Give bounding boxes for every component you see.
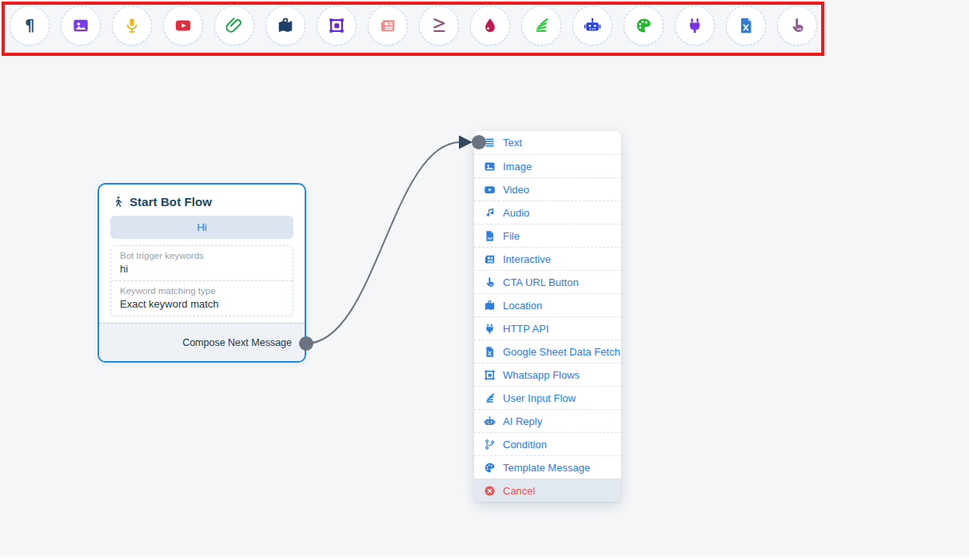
menu-item-whatsapp-flows[interactable]: Whatsapp Flows <box>474 363 621 386</box>
field-label: Keyword matching type <box>120 286 284 296</box>
field-label: Bot trigger keywords <box>120 251 284 260</box>
newspaper-icon <box>379 17 397 34</box>
file-icon <box>484 230 496 242</box>
stack-icon <box>484 392 496 404</box>
text-lines-icon <box>484 137 496 149</box>
menu-item-audio[interactable]: Audio <box>474 201 621 224</box>
trigger-field[interactable]: Keyword matching type Exact keyword matc… <box>111 280 293 316</box>
toolbar-node-button[interactable] <box>265 6 305 46</box>
flow-canvas[interactable]: Start Bot Flow Hi Bot trigger keywords h… <box>0 0 969 560</box>
toolbar-node-button[interactable] <box>777 6 817 46</box>
image-icon <box>72 17 90 34</box>
menu-item-label: HTTP API <box>503 323 549 335</box>
menu-item-cancel[interactable]: Cancel <box>474 479 621 502</box>
toolbar-node-button[interactable] <box>470 6 510 46</box>
youtube-icon <box>484 184 496 196</box>
menu-item-http-api[interactable]: HTTP API <box>474 316 621 340</box>
menu-item-location[interactable]: Location <box>474 293 621 316</box>
toolbar-node-button[interactable] <box>419 6 459 46</box>
menu-item-label: Location <box>503 300 542 312</box>
toolbar-node-button[interactable] <box>368 6 408 46</box>
menu-item-google-sheet-data-fetch[interactable]: Google Sheet Data Fetch <box>474 340 621 363</box>
map-icon <box>277 17 294 34</box>
menu-item-label: Audio <box>503 207 529 219</box>
pilcrow-icon <box>21 17 38 34</box>
droplet-icon <box>481 17 499 34</box>
image-icon <box>484 161 496 173</box>
cancel-icon <box>484 485 496 497</box>
pointer-hand-icon <box>484 276 496 288</box>
robot-icon <box>484 415 496 427</box>
menu-item-ai-reply[interactable]: AI Reply <box>474 409 621 432</box>
menu-item-video[interactable]: Video <box>474 177 621 201</box>
node-picker-menu: Text Image Video Audio File Interactive … <box>474 131 621 502</box>
walking-person-icon <box>112 196 124 208</box>
greater-equal-icon <box>430 17 448 34</box>
trigger-field[interactable]: Bot trigger keywords hi <box>111 246 293 280</box>
node-header: Start Bot Flow <box>99 185 305 216</box>
menu-item-cta-url-button[interactable]: CTA URL Button <box>474 270 621 293</box>
toolbar-node-button[interactable] <box>675 6 715 46</box>
map-icon <box>484 300 496 312</box>
toolbar-node-button[interactable] <box>572 6 612 46</box>
menu-item-file[interactable]: File <box>474 224 621 247</box>
node-title: Start Bot Flow <box>130 195 212 209</box>
toolbar-node-button[interactable] <box>163 6 203 46</box>
youtube-icon <box>174 17 192 34</box>
plug-icon <box>484 323 496 335</box>
menu-item-user-input-flow[interactable]: User Input Flow <box>474 386 621 409</box>
excel-file-icon <box>484 346 496 358</box>
palette-icon <box>635 17 652 34</box>
audio-icon <box>484 207 496 219</box>
menu-item-label: Template Message <box>503 462 590 474</box>
toolbar-node-button[interactable] <box>521 6 561 46</box>
trigger-fields: Bot trigger keywords hi Keyword matching… <box>110 245 293 316</box>
menu-item-label: Text <box>503 137 522 149</box>
toolbar-node-button[interactable] <box>61 6 101 46</box>
toolbar-node-button[interactable] <box>214 6 254 46</box>
menu-item-label: Image <box>503 161 532 173</box>
menu-item-interactive[interactable]: Interactive <box>474 247 621 270</box>
node-type-toolbar <box>10 6 817 46</box>
frame-image-icon <box>484 369 496 381</box>
stack-icon <box>532 17 550 34</box>
menu-item-label: Google Sheet Data Fetch <box>503 346 620 358</box>
menu-item-label: User Input Flow <box>503 392 576 404</box>
toolbar-node-button[interactable] <box>112 6 152 46</box>
toolbar-node-button[interactable] <box>10 6 50 46</box>
menu-item-template-message[interactable]: Template Message <box>474 455 621 479</box>
robot-icon <box>584 17 601 34</box>
menu-item-label: Interactive <box>503 253 551 265</box>
menu-item-text[interactable]: Text <box>474 131 621 154</box>
menu-item-label: CTA URL Button <box>503 276 579 288</box>
menu-item-label: Condition <box>503 439 547 451</box>
paperclip-icon <box>225 17 243 34</box>
plug-icon <box>686 17 704 34</box>
toolbar-node-button[interactable] <box>624 6 664 46</box>
connector-arrowhead-icon <box>459 136 473 149</box>
connector-edge <box>306 142 461 344</box>
palette-icon <box>484 462 496 474</box>
frame-image-icon <box>328 17 345 34</box>
field-value: hi <box>120 263 284 275</box>
menu-item-label: File <box>503 230 520 242</box>
start-bot-flow-node[interactable]: Start Bot Flow Hi Bot trigger keywords h… <box>98 183 306 363</box>
menu-item-label: Whatsapp Flows <box>503 369 580 381</box>
menu-item-condition[interactable]: Condition <box>474 432 621 455</box>
menu-item-image[interactable]: Image <box>474 154 621 177</box>
menu-item-label: AI Reply <box>503 415 542 427</box>
pointer-hand-icon <box>788 17 806 34</box>
newspaper-icon <box>484 253 496 265</box>
trigger-keyword-pill[interactable]: Hi <box>110 216 293 239</box>
compose-next-message-label: Compose Next Message <box>182 337 292 348</box>
git-branch-icon <box>484 439 496 451</box>
menu-item-label: Cancel <box>503 485 535 497</box>
toolbar-node-button[interactable] <box>317 6 357 46</box>
toolbar-node-button[interactable] <box>726 6 766 46</box>
microphone-icon <box>123 17 141 34</box>
field-value: Exact keyword match <box>120 298 284 310</box>
node-footer: Compose Next Message <box>99 323 305 361</box>
excel-file-icon <box>737 17 755 34</box>
menu-item-label: Video <box>503 184 529 196</box>
